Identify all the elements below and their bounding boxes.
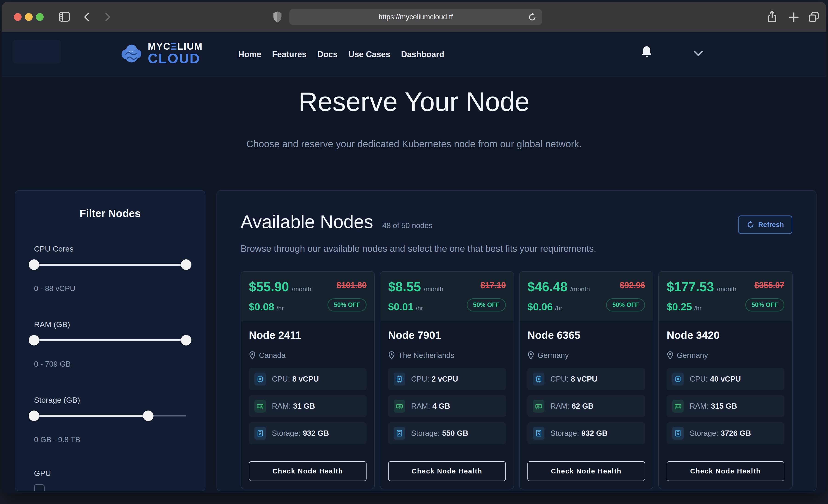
address-bar[interactable]: https://myceliumcloud.tf: [289, 9, 542, 25]
location-pin-icon: [527, 351, 534, 360]
cpu-label: CPU:: [690, 375, 708, 383]
hourly-price: $0.25: [667, 301, 692, 312]
storage-icon: [672, 427, 684, 440]
monthly-price: $55.90: [249, 279, 289, 294]
close-window-button[interactable]: [14, 13, 22, 21]
storage-value: 932 GB: [581, 429, 608, 437]
slider-handle-min[interactable]: [29, 259, 39, 270]
node-location: Canada: [259, 351, 286, 360]
notifications-bell-icon[interactable]: [640, 45, 653, 59]
back-icon[interactable]: [83, 12, 91, 22]
original-price: $92.96: [620, 281, 645, 290]
range-slider[interactable]: [34, 335, 186, 345]
spec-row-storage: Storage:3726 GB: [667, 422, 784, 444]
share-icon[interactable]: [767, 10, 778, 24]
storage-label: Storage:: [690, 429, 718, 437]
node-name: Node 6365: [527, 329, 645, 341]
nav-item-features[interactable]: Features: [272, 50, 306, 59]
hourly-unit: /hr: [416, 305, 423, 312]
check-node-health-button[interactable]: Check Node Health: [527, 461, 645, 481]
spec-row-cpu: CPU:8 vCPU: [249, 368, 367, 390]
check-node-health-button[interactable]: Check Node Health: [388, 461, 506, 481]
new-tab-icon[interactable]: [788, 12, 799, 23]
check-node-health-button[interactable]: Check Node Health: [667, 461, 784, 481]
slider-handle-max[interactable]: [181, 335, 192, 345]
refresh-icon: [747, 221, 754, 228]
filter-label: RAM (GB): [34, 320, 186, 329]
slider-handle-min[interactable]: [29, 335, 39, 345]
node-location: Germany: [538, 351, 569, 360]
node-card: $8.55 /month $0.01 /hr $17.10 50% OFF No…: [380, 271, 514, 489]
node-name: Node 7901: [388, 329, 506, 341]
ram-value: 31 GB: [293, 402, 315, 410]
ram-icon: [394, 400, 405, 413]
storage-label: Storage:: [550, 429, 579, 437]
nav-item-use-cases[interactable]: Use Cases: [348, 50, 390, 59]
location-pin-icon: [388, 351, 395, 360]
monthly-unit: /month: [570, 286, 590, 293]
cpu-label: CPU:: [272, 375, 290, 383]
card-pricing: $8.55 /month $0.01 /hr $17.10 50% OFF: [380, 272, 513, 321]
reload-icon[interactable]: [528, 13, 537, 22]
filter-section: Storage (GB) 0 GB - 9.8 TB: [34, 395, 186, 444]
slider-fill: [34, 339, 186, 341]
cpu-label: CPU:: [550, 375, 569, 383]
hourly-unit: /hr: [555, 305, 562, 312]
original-price: $355.07: [754, 281, 784, 290]
card-pricing: $177.53 /month $0.25 /hr $355.07 50% OFF: [659, 272, 792, 321]
node-card: $46.48 /month $0.06 /hr $92.96 50% OFF N…: [519, 271, 653, 489]
filter-section: CPU Cores 0 - 88 vCPU: [34, 244, 186, 293]
storage-label: Storage:: [272, 429, 301, 437]
spec-row-ram: RAM:62 GB: [527, 395, 645, 417]
hourly-price: $0.06: [527, 301, 553, 312]
slider-handle-min[interactable]: [29, 411, 39, 421]
slider-handle-max[interactable]: [181, 259, 192, 270]
privacy-shield-icon[interactable]: [272, 11, 282, 23]
refresh-button[interactable]: Refresh: [738, 215, 792, 234]
cpu-value: 8 vCPU: [571, 375, 597, 383]
ram-value: 4 GB: [432, 402, 450, 410]
filter-panel: Filter Nodes CPU Cores 0 - 88 vCPU RAM (…: [15, 190, 205, 491]
cpu-icon: [254, 373, 266, 385]
page-subtitle: Choose and reserve your dedicated Kubern…: [2, 138, 826, 150]
filter-range-text: 0 - 709 GB: [34, 360, 186, 369]
node-count-badge: 48 of 50 nodes: [382, 221, 432, 230]
gpu-checkbox[interactable]: [34, 484, 45, 491]
spec-row-ram: RAM:31 GB: [249, 395, 367, 417]
cpu-icon: [533, 373, 544, 385]
check-node-health-button[interactable]: Check Node Health: [249, 461, 367, 481]
forward-icon[interactable]: [104, 12, 112, 22]
minimize-window-button[interactable]: [25, 13, 33, 21]
tab-overview-icon[interactable]: [808, 11, 820, 23]
logo-text-e: Ξ: [170, 41, 177, 52]
account-chevron-down-icon[interactable]: [693, 50, 703, 57]
nav-links: Home Features Docs Use Cases Dashboard: [238, 32, 444, 77]
nav-item-home[interactable]: Home: [238, 50, 261, 59]
filter-label: CPU Cores: [34, 244, 186, 253]
nav-item-dashboard[interactable]: Dashboard: [401, 50, 444, 59]
site-logo[interactable]: MYCΞLIUM CLOUD: [119, 42, 203, 66]
range-slider[interactable]: [34, 411, 186, 421]
discount-badge: 50% OFF: [328, 298, 367, 311]
nav-item-docs[interactable]: Docs: [317, 50, 338, 59]
storage-value: 3726 GB: [721, 429, 751, 437]
section-subtitle: Browse through our available nodes and s…: [241, 244, 792, 254]
spec-row-cpu: CPU:8 vCPU: [527, 368, 645, 390]
slider-handle-max[interactable]: [143, 411, 154, 421]
original-price: $17.10: [481, 281, 506, 290]
card-body: Node 3420 Germany: [659, 321, 792, 452]
filter-panel-title: Filter Nodes: [34, 207, 186, 220]
spec-row-ram: RAM:315 GB: [667, 395, 784, 417]
range-slider[interactable]: [34, 259, 186, 270]
node-location: The Netherlands: [398, 351, 454, 360]
hourly-price: $0.08: [249, 301, 274, 312]
hourly-unit: /hr: [694, 305, 702, 312]
storage-value: 550 GB: [442, 429, 468, 437]
card-body: Node 2411 Canada: [241, 321, 374, 452]
node-card: $177.53 /month $0.25 /hr $355.07 50% OFF…: [658, 271, 793, 489]
location-pin-icon: [249, 351, 256, 360]
zoom-window-button[interactable]: [36, 13, 44, 21]
monthly-unit: /month: [424, 286, 444, 293]
cpu-value: 2 vCPU: [431, 375, 458, 383]
sidebar-toggle-icon[interactable]: [58, 11, 70, 22]
